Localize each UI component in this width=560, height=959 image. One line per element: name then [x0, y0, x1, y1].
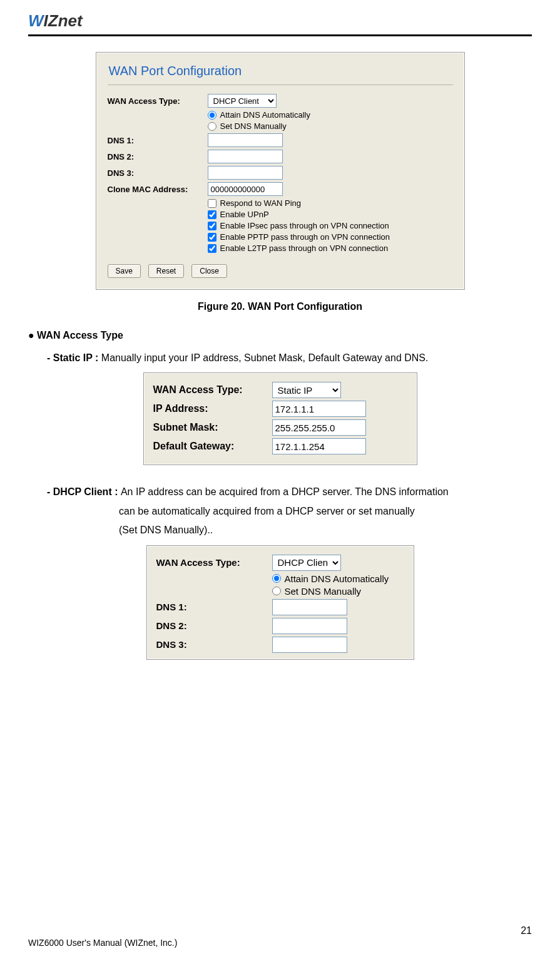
dns1-input[interactable]	[208, 133, 283, 147]
dns3-label: DNS 3:	[108, 168, 208, 178]
dns1-input-3[interactable]	[272, 599, 347, 615]
enable-upnp-label: Enable UPnP	[220, 210, 269, 219]
set-dns-manually-label-3: Set DNS Manually	[285, 586, 362, 597]
figure-wan-port-config: WAN Port Configuration WAN Access Type: …	[96, 52, 465, 290]
set-dns-manually-radio-3[interactable]	[272, 587, 281, 595]
dhcp-client-description-line1: - DHCP Client : An IP address can be acq…	[47, 483, 532, 501]
dns3-label-3: DNS 3:	[156, 639, 272, 650]
enable-pptp-label: Enable PPTP pass through on VPN connecti…	[220, 232, 390, 242]
figure-static-ip: WAN Access Type: Static IP IP Address: S…	[143, 372, 417, 465]
wan-access-type-select-2[interactable]: Static IP	[272, 382, 341, 398]
attain-dns-auto-radio-3[interactable]	[272, 574, 281, 583]
wan-access-type-heading: ● WAN Access Type	[28, 330, 532, 341]
close-button[interactable]: Close	[191, 264, 227, 278]
page-number: 21	[521, 925, 532, 948]
ip-address-label: IP Address:	[153, 403, 272, 414]
attain-dns-auto-label-3: Attain DNS Automatically	[285, 573, 389, 584]
figure-caption: Figure 20. WAN Port Configuration	[28, 301, 532, 312]
default-gateway-label: Default Gateway:	[153, 441, 272, 452]
attain-dns-auto-label: Attain DNS Automatically	[220, 110, 311, 120]
enable-pptp-checkbox[interactable]	[208, 233, 216, 242]
footer-company: (WIZnet, Inc.)	[125, 938, 178, 948]
wan-access-type-select-3[interactable]: DHCP Client	[272, 555, 341, 571]
header-rule	[28, 34, 532, 36]
dns3-input[interactable]	[208, 166, 283, 180]
dhcp-client-description-line3: (Set DNS Manually)..	[119, 521, 532, 540]
subnet-mask-label: Subnet Mask:	[153, 422, 272, 433]
wan-access-type-label: WAN Access Type:	[108, 96, 208, 106]
dns2-input[interactable]	[208, 150, 283, 163]
enable-l2tp-label: Enable L2TP pass through on VPN connecti…	[220, 244, 389, 253]
subnet-mask-input[interactable]	[272, 419, 366, 436]
dns2-label: DNS 2:	[108, 152, 208, 162]
enable-l2tp-checkbox[interactable]	[208, 244, 216, 253]
logo: WWIZnetIZnet	[28, 6, 532, 34]
dns3-input-3[interactable]	[272, 637, 347, 653]
set-dns-manually-label: Set DNS Manually	[220, 121, 287, 131]
set-dns-manually-radio[interactable]	[208, 122, 216, 131]
page-footer: WIZ6000 User's Manual (WIZnet, Inc.) 21	[28, 925, 532, 948]
ip-address-input[interactable]	[272, 401, 366, 417]
wan-access-type-label-3: WAN Access Type:	[156, 557, 272, 568]
clone-mac-input[interactable]	[208, 182, 283, 196]
clone-mac-label: Clone MAC Address:	[108, 185, 208, 194]
wan-access-type-select[interactable]: DHCP Client	[208, 94, 277, 108]
enable-ipsec-checkbox[interactable]	[208, 222, 216, 230]
default-gateway-input[interactable]	[272, 438, 366, 454]
dns2-input-3[interactable]	[272, 618, 347, 634]
dns1-label: DNS 1:	[108, 136, 208, 145]
dhcp-client-description-line2: can be automatically acquired from a DHC…	[119, 502, 532, 521]
save-button[interactable]: Save	[108, 264, 141, 278]
respond-wan-ping-checkbox[interactable]	[208, 199, 216, 208]
panel-title: WAN Port Configuration	[108, 60, 453, 85]
dns2-label-3: DNS 2:	[156, 620, 272, 631]
footer-doc-title: WIZ6000 User's Manual	[28, 938, 125, 948]
attain-dns-auto-radio[interactable]	[208, 111, 216, 120]
respond-wan-ping-label: Respond to WAN Ping	[220, 198, 302, 208]
figure-dhcp-client: WAN Access Type: DHCP Client Attain DNS …	[146, 545, 414, 660]
reset-button[interactable]: Reset	[148, 264, 184, 278]
enable-upnp-checkbox[interactable]	[208, 210, 216, 219]
dns1-label-3: DNS 1:	[156, 602, 272, 612]
wan-access-type-label-2: WAN Access Type:	[153, 384, 272, 396]
static-ip-description: - Static IP : Manually input your IP add…	[47, 349, 532, 367]
enable-ipsec-label: Enable IPsec pass through on VPN connect…	[220, 221, 389, 230]
